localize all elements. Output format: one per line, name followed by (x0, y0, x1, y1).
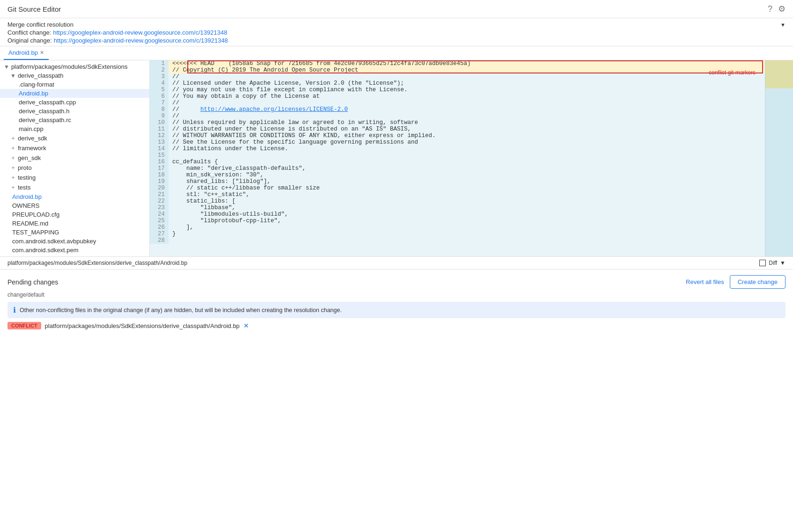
pending-actions: Revert all files Create change (686, 275, 786, 289)
line-number-1: 1 (150, 60, 169, 67)
code-line-22: 22 static_libs: [ (150, 198, 765, 204)
tree-label-proto: proto (18, 164, 32, 171)
line-content-17[interactable]: name: "derive_classpath-defaults", (169, 165, 765, 172)
pending-section: Pending changes Revert all files Create … (0, 269, 793, 335)
line-content-10[interactable]: // Unless required by applicable law or … (169, 119, 765, 126)
sidebar-item-root[interactable]: ▼platform/packages/modules/SdkExtensions (0, 62, 149, 71)
line-number-9: 9 (150, 113, 169, 119)
diff-checkbox[interactable] (759, 260, 766, 266)
tab-close-button[interactable]: ✕ (40, 50, 44, 56)
line-content-6[interactable]: // You may obtain a copy of the License … (169, 93, 765, 100)
sidebar-item-preupload[interactable]: PREUPLOAD.cfg (0, 210, 149, 219)
line-number-11: 11 (150, 126, 169, 132)
tree-label-derive_classpath: derive_classpath (18, 72, 64, 79)
line-number-13: 13 (150, 139, 169, 146)
sidebar-item-derive_classpath-h[interactable]: derive_classpath.h (0, 107, 149, 116)
line-content-11[interactable]: // distributed under the License is dist… (169, 126, 765, 132)
sidebar-item-testing[interactable]: ＋testing (0, 173, 149, 182)
original-change-label: Original change: (7, 37, 52, 44)
line-content-26[interactable]: ], (169, 224, 765, 231)
tree-label-derive_classpath-h: derive_classpath.h (19, 108, 69, 115)
sidebar-item-tests[interactable]: ＋tests (0, 182, 149, 192)
line-number-23: 23 (150, 204, 169, 211)
line-content-3[interactable]: // (169, 73, 765, 80)
line-number-26: 26 (150, 224, 169, 231)
meta-dropdown-arrow[interactable]: ▼ (780, 22, 786, 28)
line-content-4[interactable]: // Licensed under the Apache License, Ve… (169, 80, 765, 87)
diff-dropdown-arrow[interactable]: ▼ (780, 260, 786, 266)
revert-all-button[interactable]: Revert all files (686, 278, 724, 285)
sidebar-item-owners[interactable]: OWNERS (0, 201, 149, 210)
info-icon: ℹ (13, 306, 16, 314)
tree-label-android-bp: Android.bp (19, 90, 48, 97)
line-content-15[interactable] (169, 152, 765, 159)
code-line-20: 20 // static c++/libbase for smaller siz… (150, 185, 765, 191)
code-link-8[interactable]: http://www.apache.org/licenses/LICENSE-2… (200, 106, 348, 113)
meta-section-label: Merge conflict resolution (7, 21, 73, 28)
line-content-1[interactable]: <<<<<<< HEAD (1058a6 Snap for 7216685 fr… (169, 60, 765, 67)
sidebar-item-clang-format[interactable]: .clang-format (0, 80, 149, 89)
sidebar-item-android-bp2[interactable]: Android.bp (0, 192, 149, 201)
original-change-link[interactable]: https://googleplex-android-review.google… (54, 37, 228, 44)
tree-label-derive_classpath-rc: derive_classpath.rc (19, 117, 71, 124)
sidebar-item-derive_sdk[interactable]: ＋derive_sdk (0, 133, 149, 143)
sidebar-item-derive_classpath[interactable]: ▼derive_classpath (0, 71, 149, 80)
tree-label-android-bp2: Android.bp (12, 193, 42, 200)
line-content-5[interactable]: // you may not use this file except in c… (169, 87, 765, 93)
line-content-25[interactable]: "libprotobuf-cpp-lite", (169, 218, 765, 224)
sidebar-item-gen_sdk[interactable]: ＋gen_sdk (0, 153, 149, 163)
line-content-23[interactable]: "libbase", (169, 204, 765, 211)
tab-android-bp[interactable]: Android.bp ✕ (4, 46, 49, 60)
sidebar-item-derive_classpath-rc[interactable]: derive_classpath.rc (0, 116, 149, 124)
sidebar-item-pem[interactable]: com.android.sdkext.pem (0, 246, 149, 255)
line-content-22[interactable]: static_libs: [ (169, 198, 765, 204)
tree-icon-testing: ＋ (10, 174, 16, 182)
sidebar-item-test_mapping[interactable]: TEST_MAPPING (0, 228, 149, 237)
line-content-24[interactable]: "libmodules-utils-build", (169, 211, 765, 218)
sidebar-item-avbpubkey[interactable]: com.android.sdkext.avbpubkey (0, 237, 149, 246)
sidebar-item-derive_classpath-cpp[interactable]: derive_classpath.cpp (0, 98, 149, 107)
line-number-16: 16 (150, 159, 169, 165)
code-area[interactable]: 1<<<<<<< HEAD (1058a6 Snap for 7216685 f… (150, 60, 765, 256)
settings-icon[interactable]: ⚙ (778, 4, 786, 14)
line-content-18[interactable]: min_sdk_version: "30", (169, 172, 765, 178)
line-number-4: 4 (150, 80, 169, 87)
code-line-1: 1<<<<<<< HEAD (1058a6 Snap for 7216685 f… (150, 60, 765, 67)
sidebar-item-android-bp[interactable]: Android.bp (0, 89, 149, 98)
line-content-28[interactable] (169, 237, 765, 244)
mini-map-highlight (765, 60, 793, 88)
sidebar-item-framework[interactable]: ＋framework (0, 143, 149, 153)
line-content-12[interactable]: // WITHOUT WARRANTIES OR CONDITIONS OF A… (169, 132, 765, 139)
line-content-16[interactable]: cc_defaults { (169, 159, 765, 165)
line-number-3: 3 (150, 73, 169, 80)
tree-icon-root: ▼ (4, 64, 9, 70)
line-content-13[interactable]: // See the License for the specific lang… (169, 139, 765, 146)
line-content-2[interactable]: // Copyright (C) 2019 The Android Open S… (169, 67, 765, 73)
line-content-9[interactable]: // (169, 113, 765, 119)
line-content-27[interactable]: } (169, 231, 765, 237)
code-line-16: 16cc_defaults { (150, 159, 765, 165)
line-number-20: 20 (150, 185, 169, 191)
code-line-5: 5// you may not use this file except in … (150, 87, 765, 93)
line-content-7[interactable]: // (169, 100, 765, 106)
sidebar-item-proto[interactable]: ＋proto (0, 163, 149, 173)
code-line-4: 4// Licensed under the Apache License, V… (150, 80, 765, 87)
code-line-9: 9// (150, 113, 765, 119)
line-content-21[interactable]: stl: "c++_static", (169, 191, 765, 198)
line-content-8[interactable]: // http://www.apache.org/licenses/LICENS… (169, 106, 765, 113)
line-content-20[interactable]: // static c++/libbase for smaller size (169, 185, 765, 191)
sidebar-item-main-cpp[interactable]: main.cpp (0, 124, 149, 133)
conflict-change-link[interactable]: https://googleplex-android-review.google… (53, 29, 227, 36)
conflict-file: platform/packages/modules/SdkExtensions/… (45, 322, 240, 329)
top-bar: Git Source Editor ? ⚙ (0, 0, 793, 18)
create-change-button[interactable]: Create change (730, 275, 786, 289)
line-content-19[interactable]: shared_libs: ["liblog"], (169, 178, 765, 185)
tree-label-preupload: PREUPLOAD.cfg (12, 211, 59, 218)
line-content-14[interactable]: // limitations under the License. (169, 146, 765, 152)
sidebar-item-readme[interactable]: README.md (0, 219, 149, 228)
bottom-bar: platform/packages/modules/SdkExtensions/… (0, 256, 793, 269)
help-icon[interactable]: ? (768, 4, 772, 14)
line-number-19: 19 (150, 178, 169, 185)
conflict-remove-button[interactable]: ✕ (243, 322, 249, 329)
tab-label: Android.bp (8, 49, 38, 56)
